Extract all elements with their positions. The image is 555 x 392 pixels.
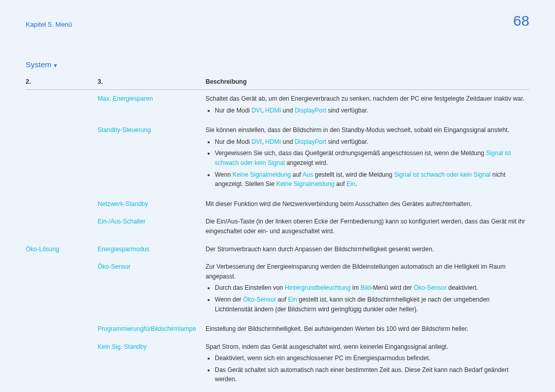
setting-label: Ein-/Aus-Schalter (98, 213, 206, 240)
list-item: Wenn der Öko-Sensor auf Ein gestellt ist… (215, 295, 526, 314)
table-row: Öko-Sensor Zur Verbesserung der Energiee… (26, 258, 529, 320)
table-row: Ein-/Aus-Schalter Die Ein/Aus-Taste (in … (26, 213, 529, 240)
list-item: Vergewissern Sie sich, dass das Quellger… (215, 148, 526, 167)
setting-desc: Sie können einstellen, dass der Bildschi… (206, 121, 529, 195)
setting-label: Standby-Steuerung (98, 121, 206, 195)
list-item: Wenn Keine Signalmeldung auf Aus gestell… (215, 170, 526, 189)
table-row: ProgrammierungfürBildschirmlampe Einstel… (26, 320, 529, 338)
setting-desc: Der Stromverbrauch kann durch Anpassen d… (206, 240, 529, 258)
page-header: Kapitel 5. Menü 68 (26, 21, 529, 29)
setting-label: ProgrammierungfürBildschirmlampe (98, 320, 206, 338)
list-item: Das Gerät schaltet sich automatisch nach… (215, 365, 526, 384)
table-row: Max. Energiesparen Schaltet das Gerät ab… (26, 90, 529, 122)
setting-label: Netzwerk-Standby (98, 195, 206, 213)
setting-label: Energiesparmodus (98, 240, 206, 258)
table-row: Kein Sig. Standby Spart Strom, indem das… (26, 338, 529, 390)
group-label: Öko-Lösung (26, 240, 98, 258)
setting-label: Kein Sig. Standby (98, 338, 206, 390)
list-item: Nur die Modi DVI, HDMI und DisplayPort s… (215, 106, 526, 116)
setting-label: Öko-Sensor (98, 258, 206, 320)
section-heading-text: System (26, 60, 51, 69)
setting-desc: Einstellung der Bildschirmhelligkeit. Be… (206, 320, 529, 338)
chapter-title: Kapitel 5. Menü (26, 21, 72, 28)
setting-desc: Schaltet das Gerät ab, um den Energiever… (206, 90, 529, 122)
setting-desc: Zur Verbesserung der Energieeinsparung w… (206, 258, 529, 320)
page-number: 68 (513, 13, 529, 29)
setting-desc: Mit dieser Funktion wird die Netzwerkver… (206, 195, 529, 213)
list-item: Nur die Modi DVI, HDMI und DisplayPort s… (215, 137, 526, 147)
table-row: Öko-Lösung Energiesparmodus Der Stromver… (26, 240, 529, 258)
list-item: Deaktiviert, wenn sich ein angeschlossen… (215, 353, 526, 363)
col-header-desc: Beschreibung (206, 75, 529, 90)
table-row: Netzwerk-Standby Mit dieser Funktion wir… (26, 195, 529, 213)
settings-table: 2. 3. Beschreibung Max. Energiesparen Sc… (26, 75, 529, 392)
list-item: Durch das Einstellen von Hintergrundbele… (215, 283, 526, 293)
table-header-row: 2. 3. Beschreibung (26, 75, 529, 90)
setting-label: Max. Energiesparen (98, 90, 206, 122)
setting-desc: Die Ein/Aus-Taste (in der linken oberen … (206, 213, 529, 240)
section-heading: System (26, 60, 529, 69)
col-header-3: 3. (98, 75, 206, 90)
setting-desc: Spart Strom, indem das Gerät ausgeschalt… (206, 338, 529, 390)
col-header-2: 2. (26, 75, 98, 90)
table-row: Standby-Steuerung Sie können einstellen,… (26, 121, 529, 195)
